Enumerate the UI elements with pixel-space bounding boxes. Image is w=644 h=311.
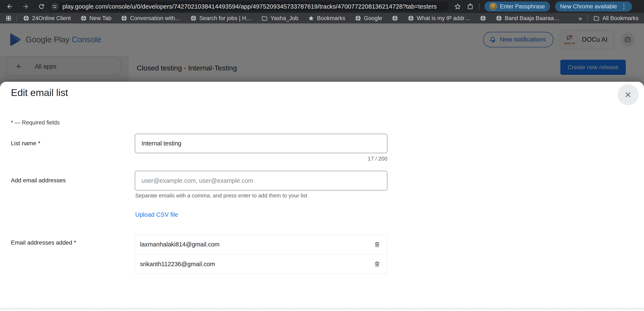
globe-icon [392,15,398,22]
enter-passphrase-label: Enter Passphrase [500,3,545,10]
bookmark-label: New Tab [90,15,112,22]
bookmark-items: 24Online Client New Tab Conversation wit… [23,15,569,22]
required-fields-note: * — Required fields [11,120,60,126]
bookmark-label: Yasha_Job [270,15,298,22]
close-button[interactable] [618,84,638,105]
globe-icon [480,15,486,22]
delete-email-button[interactable] [372,260,382,269]
bookmarks-overflow-icon[interactable]: » [578,14,582,22]
play-console-page: Google Play Console New notifications DO… [0,24,644,311]
divider [479,3,480,10]
upload-csv-link[interactable]: Upload CSV file [135,211,178,218]
bookmark-label: 24Online Client [32,15,71,22]
bookmarks-bar: 24Online Client New Tab Conversation wit… [0,13,644,24]
all-bookmarks-button[interactable]: All Bookmarks [593,15,638,22]
apps-grid-button[interactable] [6,15,12,22]
folder-icon [262,15,268,22]
add-email-addresses-label: Add email addresses [11,177,66,184]
toolbar-right: Enter Passphrase New Chrome available ⋮ [454,2,632,12]
modal-footer-divider [0,306,644,309]
profile-avatar [490,3,497,10]
add-email-addresses-input[interactable] [135,171,388,190]
bookmark-label: Conversation with… [130,15,181,22]
bookmark-item[interactable]: Google [355,15,382,22]
bookmark-label: Bookmarks [317,15,345,22]
bookmark-item[interactable] [480,15,486,22]
extensions-icon[interactable] [466,3,474,10]
bookmark-label: Band Baaja Baaraa… [505,15,560,22]
apps-grid-icon [6,15,12,22]
modal-footer-strip [0,309,644,311]
email-list-item: srikanth112236@gmail.com [135,254,387,274]
new-chrome-label: New Chrome available [560,3,617,10]
forward-icon[interactable] [22,3,29,10]
close-icon [624,90,632,99]
bookmark-item[interactable]: Band Baaja Baaraa… [496,15,560,22]
reload-icon[interactable] [38,3,45,10]
bookmark-item[interactable]: Bookmarks [308,15,345,22]
bookmark-star-icon[interactable] [454,3,462,10]
email-address: srikanth112236@gmail.com [140,261,215,268]
trash-icon [374,260,381,268]
globe-icon [355,15,361,22]
site-info-icon[interactable] [51,2,59,10]
globe-icon [23,15,29,22]
modal-title: Edit email list [11,87,68,98]
list-name-label: List name * [11,140,40,147]
new-chrome-available-button[interactable]: New Chrome available ⋮ [555,2,632,12]
bookmark-item[interactable]: New Tab [80,15,112,22]
browser-menu-icon[interactable]: ⋮ [620,3,627,10]
divider [588,15,588,22]
bookmark-item[interactable] [392,15,398,22]
globe-icon [496,15,502,22]
divider [16,15,17,22]
bookmark-item[interactable]: Search for jobs | H… [190,15,252,22]
star-icon [308,15,314,22]
bookmark-label: Search for jobs | H… [199,15,252,22]
url-bar[interactable]: play.google.com/console/u/0/developers/7… [50,2,449,11]
enter-passphrase-button[interactable]: Enter Passphrase [484,2,550,12]
folder-icon [593,15,600,22]
bookmarks-right: » All Bookmarks [578,14,638,22]
globe-icon [408,15,414,22]
back-icon[interactable] [6,3,14,10]
browser-toolbar: play.google.com/console/u/0/developers/7… [0,0,644,13]
bookmark-item[interactable]: What is my IP addr… [408,15,470,22]
email-address: laxmanhalaki814@gmail.com [140,241,220,248]
delete-email-button[interactable] [372,240,382,249]
all-bookmarks-label: All Bookmarks [602,15,638,22]
bookmark-label: Google [364,15,382,22]
added-emails-list: laxmanhalaki814@gmail.com srikanth112236… [135,234,388,274]
email-addresses-added-label: Email addresses added * [11,239,76,246]
character-counter: 17 / 200 [135,156,388,162]
email-input-helper-text: Separate emails with a comma, and press … [135,192,307,199]
url-text[interactable]: play.google.com/console/u/0/developers/7… [62,3,437,10]
globe-icon [121,15,127,22]
bookmark-item[interactable]: Conversation with… [121,15,181,22]
trash-icon [374,241,381,248]
edit-email-list-modal: Edit email list * — Required fields List… [0,82,644,311]
list-name-input[interactable] [135,134,388,153]
bookmark-label: What is my IP addr… [417,15,470,22]
globe-icon [190,15,197,22]
globe-icon [80,15,87,22]
email-list-item: laxmanhalaki814@gmail.com [135,235,387,254]
bookmark-item[interactable]: 24Online Client [23,15,71,22]
bookmark-item[interactable]: Yasha_Job [262,15,298,22]
